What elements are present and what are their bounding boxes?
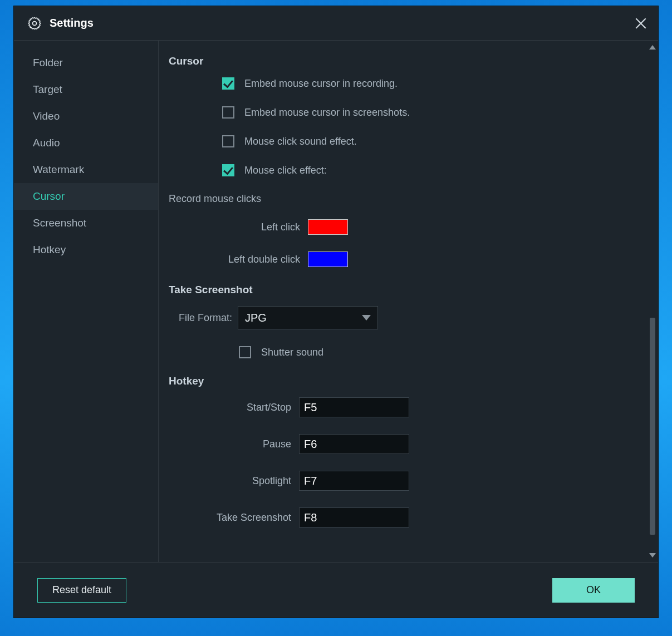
hotkey-label: Spotlight xyxy=(169,475,299,487)
section-title-screenshot: Take Screenshot xyxy=(169,284,639,296)
option-click-sound: Mouse click sound effect. xyxy=(222,135,639,147)
left-click-label: Left click xyxy=(169,221,308,233)
option-label: Mouse click effect: xyxy=(244,165,327,176)
sidebar-item-watermark[interactable]: Watermark xyxy=(14,156,158,183)
scrollbar-thumb[interactable] xyxy=(650,318,655,535)
sidebar: Folder Target Video Audio Watermark Curs… xyxy=(14,41,159,562)
reset-default-button[interactable]: Reset default xyxy=(37,578,126,603)
window-title: Settings xyxy=(50,17,634,29)
scroll-down-icon[interactable] xyxy=(649,553,656,558)
sidebar-item-video[interactable]: Video xyxy=(14,103,158,130)
close-icon[interactable] xyxy=(634,16,648,31)
checkbox-click-effect[interactable] xyxy=(222,164,234,176)
option-label: Embed mouse cursor in recording. xyxy=(244,78,398,90)
left-double-click-label: Left double click xyxy=(169,254,308,265)
hotkey-row-pause: Pause xyxy=(169,434,639,454)
left-double-click-color-swatch[interactable] xyxy=(308,252,348,267)
hotkey-label: Take Screenshot xyxy=(169,512,299,524)
hotkey-label: Start/Stop xyxy=(169,402,299,413)
svg-point-0 xyxy=(33,21,37,25)
file-format-label: File Format: xyxy=(169,312,238,324)
content-wrap: Cursor Embed mouse cursor in recording. … xyxy=(159,41,658,562)
hotkey-row-take-screenshot: Take Screenshot xyxy=(169,507,639,527)
left-double-click-row: Left double click xyxy=(169,252,639,267)
hotkey-row-start-stop: Start/Stop xyxy=(169,397,639,417)
left-click-row: Left click xyxy=(169,219,639,235)
checkbox-embed-cursor-recording[interactable] xyxy=(222,77,234,90)
record-clicks-header: Record mouse clicks xyxy=(169,193,639,205)
option-embed-cursor-recording: Embed mouse cursor in recording. xyxy=(222,77,639,90)
sidebar-item-hotkey[interactable]: Hotkey xyxy=(14,236,158,263)
option-shutter-sound: Shutter sound xyxy=(239,346,639,358)
left-click-color-swatch[interactable] xyxy=(308,219,348,235)
sidebar-item-target[interactable]: Target xyxy=(14,76,158,103)
hotkey-input-take-screenshot[interactable] xyxy=(299,507,409,527)
footer: Reset default OK xyxy=(14,562,658,618)
titlebar: Settings xyxy=(14,6,658,41)
hotkey-row-spotlight: Spotlight xyxy=(169,471,639,491)
scroll-up-icon[interactable] xyxy=(649,45,656,50)
chevron-down-icon xyxy=(362,315,371,321)
hotkey-input-spotlight[interactable] xyxy=(299,471,409,491)
option-label: Mouse click sound effect. xyxy=(244,136,357,147)
hotkey-input-pause[interactable] xyxy=(299,434,409,454)
option-embed-cursor-screenshots: Embed mouse cursor in screenshots. xyxy=(222,106,639,119)
sidebar-item-folder[interactable]: Folder xyxy=(14,50,158,76)
checkbox-click-sound[interactable] xyxy=(222,135,234,147)
option-label: Shutter sound xyxy=(261,347,323,358)
scrollbar[interactable] xyxy=(648,45,657,558)
ok-button[interactable]: OK xyxy=(552,578,635,603)
option-label: Embed mouse cursor in screenshots. xyxy=(244,107,410,119)
body: Folder Target Video Audio Watermark Curs… xyxy=(14,41,658,562)
gear-icon xyxy=(27,16,42,31)
checkbox-embed-cursor-screenshots[interactable] xyxy=(222,106,234,119)
hotkey-label: Pause xyxy=(169,438,299,450)
hotkey-input-start-stop[interactable] xyxy=(299,397,409,417)
settings-window: Settings Folder Target Video Audio Water… xyxy=(13,6,659,618)
checkbox-shutter-sound[interactable] xyxy=(239,346,251,358)
sidebar-item-screenshot[interactable]: Screenshot xyxy=(14,210,158,236)
file-format-select[interactable]: JPG xyxy=(238,306,378,329)
file-format-row: File Format: JPG xyxy=(169,306,639,329)
option-click-effect: Mouse click effect: xyxy=(222,164,639,176)
content-panel: Cursor Embed mouse cursor in recording. … xyxy=(159,41,658,562)
section-title-hotkey: Hotkey xyxy=(169,375,639,387)
sidebar-item-cursor[interactable]: Cursor xyxy=(14,183,158,210)
file-format-value: JPG xyxy=(245,312,267,324)
sidebar-item-audio[interactable]: Audio xyxy=(14,130,158,156)
section-title-cursor: Cursor xyxy=(169,55,639,67)
